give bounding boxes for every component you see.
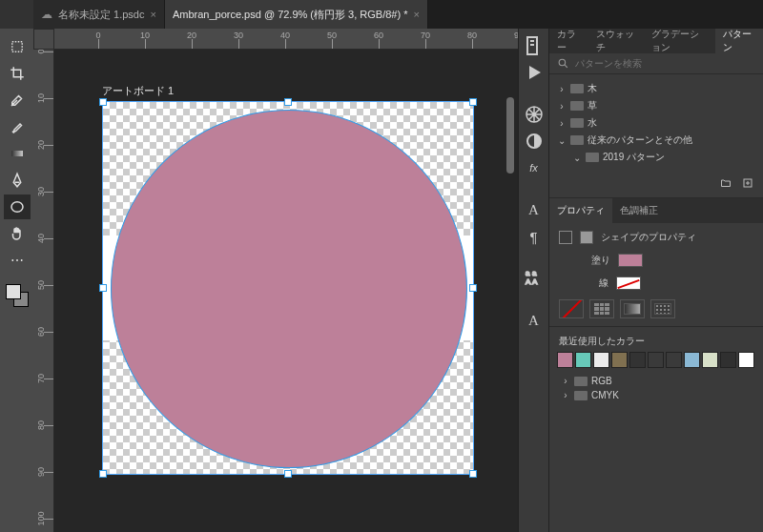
svg-text:a: a bbox=[532, 269, 537, 277]
handle[interactable] bbox=[99, 470, 107, 478]
recent-color-cell[interactable] bbox=[575, 352, 591, 368]
search-input[interactable] bbox=[575, 58, 755, 69]
folder-grass[interactable]: ›草 bbox=[553, 97, 759, 114]
svg-text:A: A bbox=[532, 277, 538, 286]
artboard-label[interactable]: アートボード 1 bbox=[102, 84, 174, 98]
recent-color-cell[interactable] bbox=[666, 352, 682, 368]
recent-color-cell[interactable] bbox=[684, 352, 700, 368]
ellipse-shape[interactable] bbox=[111, 110, 467, 468]
folder-icon bbox=[574, 391, 588, 400]
fx-icon[interactable]: fx bbox=[523, 156, 546, 179]
hand-tool[interactable] bbox=[4, 221, 31, 246]
wheel-icon[interactable] bbox=[523, 103, 546, 126]
handle[interactable] bbox=[99, 98, 107, 106]
svg-rect-1 bbox=[11, 151, 23, 156]
ellipse-tool[interactable] bbox=[4, 194, 31, 219]
tab-adjustments[interactable]: 色調補正 bbox=[612, 198, 666, 223]
stroke-swatch[interactable] bbox=[616, 276, 641, 290]
fill-gradient-button[interactable] bbox=[620, 299, 645, 318]
foreground-swatch[interactable] bbox=[6, 284, 21, 299]
handle[interactable] bbox=[469, 470, 477, 478]
fill-solid-button[interactable] bbox=[589, 299, 614, 318]
pattern-search bbox=[549, 53, 763, 74]
folder-icon bbox=[570, 135, 584, 145]
folder-wood[interactable]: ›木 bbox=[553, 80, 759, 97]
recent-color-cell[interactable] bbox=[738, 352, 754, 368]
paragraph-icon[interactable]: ¶ bbox=[523, 225, 546, 248]
recent-color-cell[interactable] bbox=[629, 352, 646, 368]
document-tabs: ☁ 名称未設定 1.psdc × Ambran_porce.psd @ 72.9… bbox=[33, 0, 763, 29]
artboard[interactable] bbox=[102, 101, 474, 475]
adjustments-icon[interactable] bbox=[523, 130, 546, 153]
tab-swatches[interactable]: スウォッチ bbox=[588, 29, 644, 53]
svg-text:A: A bbox=[526, 277, 531, 286]
tab-gradients[interactable]: グラデーション bbox=[644, 29, 715, 53]
recent-color-cell[interactable] bbox=[648, 352, 664, 368]
recent-color-cell[interactable] bbox=[720, 352, 736, 368]
fill-mode-buttons bbox=[559, 299, 753, 318]
recent-colors-grid bbox=[549, 352, 763, 368]
type-icon[interactable]: A bbox=[523, 198, 546, 221]
handle[interactable] bbox=[99, 284, 107, 292]
folder-icon bbox=[570, 84, 584, 93]
folder-icon bbox=[574, 377, 588, 386]
tab-patterns[interactable]: パターン bbox=[715, 29, 763, 53]
new-folder-icon[interactable] bbox=[719, 177, 732, 192]
canvas-area[interactable]: アートボード 1 bbox=[54, 50, 518, 532]
fill-swatch[interactable] bbox=[618, 254, 643, 267]
folder-water[interactable]: ›水 bbox=[553, 114, 759, 132]
vertical-scrollbar[interactable] bbox=[506, 97, 514, 174]
svg-text:a: a bbox=[526, 269, 530, 277]
gradient-tool[interactable] bbox=[4, 141, 31, 166]
handle[interactable] bbox=[284, 98, 292, 106]
svg-rect-0 bbox=[11, 42, 22, 52]
stroke-row: 線 bbox=[559, 276, 753, 290]
glyphs-icon[interactable]: aaAA bbox=[523, 267, 546, 290]
panel-tabs-properties: プロパティ 色調補正 bbox=[549, 198, 763, 223]
ruler-horizontal[interactable]: 0102030405060708090 bbox=[54, 29, 518, 50]
crop-tool[interactable] bbox=[4, 61, 31, 86]
brush-tool[interactable] bbox=[4, 114, 31, 139]
play-icon[interactable] bbox=[523, 61, 546, 84]
ruler-vertical[interactable]: 0102030405060708090100 bbox=[33, 50, 54, 532]
color-swatches[interactable] bbox=[4, 280, 31, 311]
ruler-origin[interactable] bbox=[33, 29, 54, 50]
pen-tool[interactable] bbox=[4, 168, 31, 193]
options-icon[interactable]: ⋯ bbox=[4, 248, 31, 273]
recent-color-cell[interactable] bbox=[557, 352, 573, 368]
artboard-tool[interactable] bbox=[4, 34, 31, 59]
folder-icon bbox=[570, 101, 584, 111]
close-icon[interactable]: × bbox=[150, 9, 155, 20]
recent-color-cell[interactable] bbox=[593, 352, 609, 368]
svg-point-10 bbox=[559, 59, 566, 65]
navigator-icon[interactable] bbox=[523, 34, 546, 57]
recent-color-cell[interactable] bbox=[611, 352, 628, 368]
svg-point-2 bbox=[11, 202, 23, 213]
tab-untitled[interactable]: ☁ 名称未設定 1.psdc × bbox=[33, 0, 165, 29]
close-icon[interactable]: × bbox=[413, 9, 419, 20]
color-mode-tree: ›RGB ›CMYK bbox=[549, 368, 763, 408]
handle[interactable] bbox=[469, 284, 477, 292]
tab-ambran[interactable]: Ambran_porce.psd @ 72.9% (楕円形 3, RGB/8#)… bbox=[165, 0, 428, 29]
folder-legacy[interactable]: ⌄従来のパターンとその他 bbox=[553, 132, 759, 149]
properties-content: シェイプのプロパティ 塗り 線 bbox=[549, 223, 763, 326]
folder-icon bbox=[586, 153, 599, 162]
eyedropper-tool[interactable] bbox=[4, 88, 31, 113]
mode-rgb[interactable]: ›RGB bbox=[557, 374, 755, 388]
handle[interactable] bbox=[469, 98, 477, 106]
glyph-a-icon[interactable]: A bbox=[523, 309, 546, 332]
bounds-icon bbox=[559, 231, 572, 244]
shape-icon bbox=[580, 231, 593, 244]
search-icon bbox=[557, 57, 569, 70]
tab-color[interactable]: カラー bbox=[549, 29, 588, 53]
fill-pattern-button[interactable] bbox=[650, 299, 675, 318]
folder-2019[interactable]: ⌄2019 パターン bbox=[553, 149, 759, 166]
handle[interactable] bbox=[284, 470, 292, 478]
tab-label: Ambran_porce.psd @ 72.9% (楕円形 3, RGB/8#)… bbox=[173, 8, 408, 22]
new-item-icon[interactable] bbox=[742, 177, 753, 192]
mode-cmyk[interactable]: ›CMYK bbox=[557, 388, 755, 402]
pattern-tree: ›木 ›草 ›水 ⌄従来のパターンとその他 ⌄2019 パターン bbox=[549, 74, 763, 172]
tab-properties[interactable]: プロパティ bbox=[549, 198, 612, 223]
recent-color-cell[interactable] bbox=[702, 352, 718, 368]
fill-none-button[interactable] bbox=[559, 299, 584, 318]
